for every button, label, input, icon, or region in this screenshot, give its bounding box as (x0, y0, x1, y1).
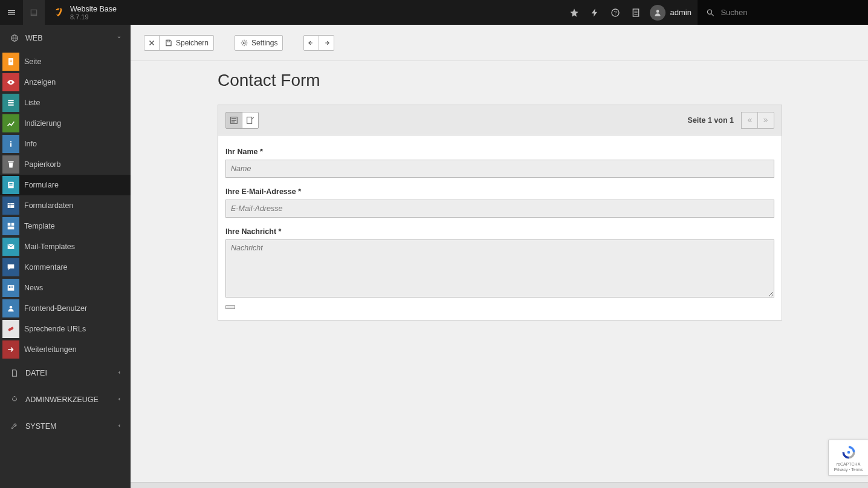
svg-rect-20 (8, 105, 13, 106)
sidebar: WEB Seite Anzeigen Liste Indizierung Inf… (0, 25, 131, 488)
sidebar-group-label: SYSTEM (25, 422, 56, 431)
message-textarea[interactable] (225, 239, 774, 298)
view-preview-button[interactable] (225, 112, 242, 129)
svg-rect-32 (8, 227, 15, 230)
sidebar-group-system[interactable]: SYSTEM (0, 413, 131, 440)
url-icon (6, 324, 16, 334)
sidebar-item-info[interactable]: Info (0, 134, 131, 154)
email-input[interactable] (225, 200, 774, 218)
chevron-left-icon (116, 369, 122, 376)
horizontal-scrollbar[interactable] (131, 482, 868, 488)
form-icon (6, 180, 16, 190)
sidebar-item-label: Info (24, 140, 131, 148)
field-label-message: Ihre Nachricht * (225, 227, 774, 236)
sidebar-item-label: News (24, 284, 131, 292)
next-page-button[interactable] (757, 112, 774, 129)
view-edit-button[interactable] (242, 112, 259, 129)
sidebar-item-label: Formulardaten (24, 201, 131, 210)
svg-point-47 (847, 451, 850, 454)
sidebar-item-label: Papierkorb (24, 160, 131, 169)
close-button[interactable] (144, 35, 160, 51)
save-icon (164, 39, 173, 47)
user-icon (653, 8, 662, 17)
name-input[interactable] (225, 160, 774, 178)
undo-button[interactable] (303, 35, 319, 51)
svg-rect-26 (9, 184, 12, 185)
sidebar-item-label: Frontend-Benutzer (24, 304, 131, 313)
svg-rect-22 (10, 143, 11, 147)
sidebar-group-datei[interactable]: DATEI (0, 360, 131, 386)
sidebar-item-liste[interactable]: Liste (0, 93, 131, 113)
svg-rect-21 (10, 141, 11, 142)
typo3-logo[interactable] (45, 0, 69, 25)
svg-rect-34 (8, 285, 15, 290)
sidebar-item-news[interactable]: News (0, 278, 131, 298)
field-label-name: Ihr Name * (225, 148, 774, 156)
sidebar-item-mail-templates[interactable]: Mail-Templates (0, 236, 131, 257)
close-icon (147, 39, 156, 47)
svg-point-9 (707, 10, 711, 14)
globe-icon (10, 34, 19, 42)
trash-icon (6, 160, 16, 169)
sidebar-item-label: Kommentare (24, 263, 131, 272)
sidebar-item-formulare[interactable]: Formulare (0, 175, 131, 195)
rocket-icon (10, 395, 19, 404)
submit-button[interactable] (225, 305, 235, 309)
redo-button[interactable] (319, 35, 334, 51)
sidebar-item-label: Mail-Templates (24, 242, 131, 251)
sidebar-item-label: Anzeigen (24, 78, 131, 86)
info-icon (6, 139, 16, 149)
save-button[interactable]: Speichern (159, 35, 214, 51)
svg-rect-25 (9, 183, 12, 184)
search-input[interactable] (721, 8, 857, 17)
sidebar-item-indizierung[interactable]: Indizierung (0, 113, 131, 134)
bookmarks-button[interactable] (564, 0, 585, 25)
sidebar-item-papierkorb[interactable]: Papierkorb (0, 154, 131, 175)
chevrons-left-icon (746, 117, 753, 124)
sidebar-group-adminwerkzeuge[interactable]: ADMINWERKZEUGE (0, 386, 131, 413)
sidebar-item-template[interactable]: Template (0, 216, 131, 236)
recaptcha-label: reCAPTCHA (837, 462, 861, 466)
sidebar-item-seite[interactable]: Seite (0, 51, 131, 72)
sidebar-item-frontend-benutzer[interactable]: Frontend-Benutzer (0, 298, 131, 319)
chevron-left-icon (116, 423, 122, 429)
avatar[interactable] (650, 5, 666, 21)
sidebar-item-label: Formulare (24, 181, 131, 189)
content-area: Speichern Settings Contact Form (131, 25, 868, 488)
sidebar-group-web[interactable]: WEB (0, 25, 131, 51)
sidebar-item-label: Indizierung (24, 119, 131, 128)
sidebar-item-anzeigen[interactable]: Anzeigen (0, 72, 131, 93)
page-title: Contact Form (131, 61, 868, 96)
sidebar-item-weiterleitungen[interactable]: Weiterleitungen (0, 339, 131, 360)
bookmark-drawer-button[interactable] (23, 0, 45, 25)
template-icon (6, 221, 16, 231)
sidebar-item-formulardaten[interactable]: Formulardaten (0, 195, 131, 216)
svg-rect-44 (232, 120, 236, 120)
svg-rect-23 (8, 161, 13, 163)
pagination-label: Seite 1 von 1 (688, 116, 734, 125)
hamburger-button[interactable] (0, 0, 23, 25)
cache-button[interactable] (585, 0, 605, 25)
svg-rect-19 (8, 102, 13, 103)
svg-rect-46 (247, 117, 252, 123)
typo3-logo-icon (51, 7, 63, 19)
index-icon (6, 119, 16, 128)
sidebar-item-label: Liste (24, 99, 131, 107)
help-button[interactable]: ? (605, 0, 626, 25)
user-label[interactable]: admin (666, 8, 698, 17)
settings-button[interactable]: Settings (235, 35, 283, 51)
gear-icon (240, 39, 248, 47)
prev-page-button[interactable] (741, 112, 758, 129)
sidebar-item-sprechende-urls[interactable]: Sprechende URLs (0, 319, 131, 339)
app-docs-button[interactable] (626, 0, 646, 25)
panel-toolbar: Seite 1 von 1 (218, 105, 782, 135)
sidebar-item-kommentare[interactable]: Kommentare (0, 257, 131, 278)
recaptcha-badge[interactable]: reCAPTCHA Privacy · Terms (828, 440, 868, 476)
svg-point-41 (243, 42, 245, 44)
chevron-down-icon (116, 34, 122, 41)
comment-icon (6, 262, 16, 272)
svg-text:?: ? (614, 10, 617, 16)
sidebar-item-label: Seite (24, 57, 131, 66)
eye-icon (6, 77, 16, 87)
site-version: 8.7.19 (70, 13, 117, 21)
